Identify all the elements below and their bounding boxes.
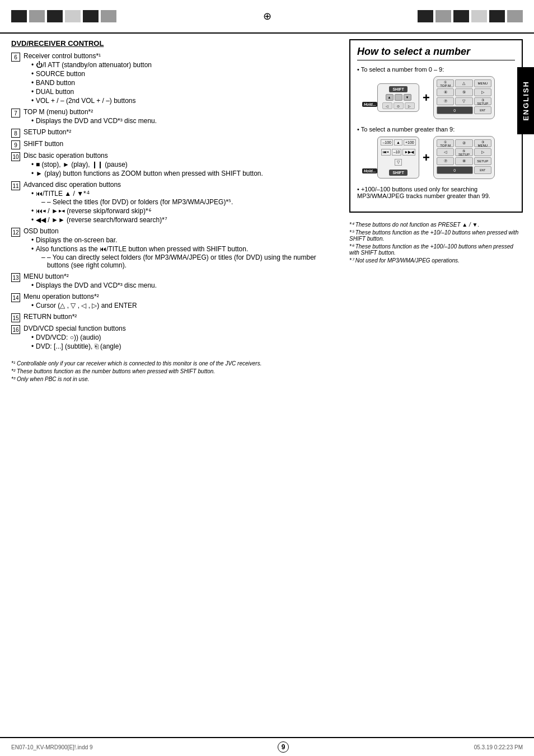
item-num-9: 9 <box>11 140 20 149</box>
shift-extra-btn-2: ⊙ <box>394 102 404 109</box>
main-content: DVD/RECEIVER CONTROL 6 Receiver control … <box>0 34 534 593</box>
rbtn2-1: ①TOP M <box>437 139 454 147</box>
rbtn-6: ▷ <box>474 88 491 96</box>
item7-bullet-1: Displays the DVD and VCD*³ disc menu. <box>31 117 332 125</box>
rbtn2-4: ◁ <box>437 148 454 156</box>
item10-content: Disc basic operation buttons ■ (stop), ►… <box>24 152 332 179</box>
bar-block-1 <box>11 10 27 22</box>
rbtn-2: △ <box>455 79 472 87</box>
rbtn2-8: ⑧ <box>455 157 472 165</box>
list-item-14: 14 Menu operation buttons*² Cursor (△ , … <box>11 293 332 311</box>
item12-bullet-1: Displays the on-screen bar. <box>31 236 332 244</box>
rbtn-9: ③SETUP <box>474 97 491 105</box>
select-section-2-label: • To select a number greater than 9: <box>357 126 515 133</box>
item6-bullet-1: ⏻/I ATT (standby/on attenuator) button <box>31 61 332 69</box>
rbtn-5: ⑤ <box>455 88 472 96</box>
arrow-mid-1 <box>395 94 402 101</box>
bottom-bar: EN07-10_KV-MRD900[E]!.indd 9 9 05.3.19 0… <box>0 737 534 756</box>
remote-diagram-1: Hold... SHIFT ▲ ▼ ◁ ⊙ ▷ + <box>357 76 515 119</box>
list-item-11: 11 Advanced disc operation buttons ⏮/TIT… <box>11 181 332 225</box>
item12-content: OSD button Displays the on-screen bar. A… <box>24 227 332 270</box>
select-section-1: • To select a number from 0 – 9: Hold...… <box>357 66 515 119</box>
bar-block-6 <box>101 10 116 22</box>
rbtn-0: 0 <box>437 106 473 114</box>
shift-extra-btn-1: ◁ <box>382 102 392 109</box>
footnote-1: *¹ Controllable only if your car receive… <box>11 360 332 367</box>
bar-block-r6 <box>507 10 523 22</box>
shift-remote-2: Hold... –100 ▲ +100 ⏮◀ –10 ►▶◀ ▽ <box>377 137 419 179</box>
item7-bullets: Displays the DVD and VCD*³ disc menu. <box>24 117 332 125</box>
rbtn2-enter: ENT <box>474 166 491 174</box>
item7-label: TOP M (menu) button*² <box>24 108 93 116</box>
plus100-btn: +100 <box>404 139 416 145</box>
item8-label: SETUP button*² <box>24 128 71 136</box>
bar-block-2 <box>29 10 45 22</box>
item16-bullet-2: DVD: [...] (subtitle), ⎗ (angle) <box>31 342 332 350</box>
bar-block-r1 <box>418 10 433 22</box>
english-label: ENGLISH <box>522 81 530 121</box>
footnote-3: *³ Only when PBC is not in use. <box>11 376 332 382</box>
arrow-up-2: ▲ <box>394 139 402 145</box>
rbtn-4: ④ <box>437 88 454 96</box>
how-to-select-box: How to select a number • To select a num… <box>349 39 523 213</box>
top-header-bar: ⊕ <box>0 0 534 34</box>
item6-bullet-2: SOURCE button <box>31 70 332 78</box>
item15-label: RETURN button*² <box>24 313 77 321</box>
item11-subbullets: – Select the titles (for DVD) or folders… <box>36 198 332 206</box>
item16-bullets: DVD/VCD: ○)) (audio) DVD: [...] (subtitl… <box>24 334 332 350</box>
select-section-2: • To select a number greater than 9: Hol… <box>357 126 515 179</box>
item13-bullets: Displays the DVD and VCD*³ disc menu. <box>24 281 332 289</box>
shift-button-1: SHIFT <box>389 86 407 92</box>
rbtn2-6: ▷ <box>474 148 491 156</box>
next-skip: ►▶◀ <box>402 149 415 156</box>
left-column: DVD/RECEIVER CONTROL 6 Receiver control … <box>11 39 338 588</box>
rbtn-enter: ENT <box>474 106 491 114</box>
main-remote-1: ①TOP M △ MENU ④ ⑤ ▷ ⑦ ▽ ③SETUP 0 ENT <box>433 76 495 119</box>
select-box-title: How to select a number <box>357 46 515 60</box>
right-column: How to select a number • To select a num… <box>349 39 523 588</box>
shift-extra-1: ◁ ⊙ ▷ <box>382 102 415 109</box>
rbtn-1: ①TOP M <box>437 79 454 87</box>
item10-bullet-1: ■ (stop), ► (play), ❙❙ (pause) <box>31 161 332 168</box>
item6-bullet-5: VOL + / – (2nd VOL + / –) buttons <box>31 97 332 105</box>
item15-content: RETURN button*² <box>24 313 332 321</box>
rbtn-3: MENU <box>474 79 491 87</box>
bar-block-r2 <box>435 10 451 22</box>
rbtn2-5: ⑤SETUP <box>455 148 472 156</box>
item11-label: Advanced disc operation buttons <box>24 181 121 189</box>
item13-bullet-1: Displays the DVD and VCD*³ disc menu. <box>31 281 332 289</box>
rbtn2-7: ⑦ <box>437 157 454 165</box>
remote-diagram-2: Hold... –100 ▲ +100 ⏮◀ –10 ►▶◀ ▽ <box>357 136 515 179</box>
bar-block-r5 <box>489 10 505 22</box>
item11-bullet-2: ⏮◀ / ►▶◀ (reverse skip/forward skip)*⁶ <box>31 207 332 215</box>
item10-label: Disc basic operation buttons <box>24 152 108 159</box>
item14-bullet-1: Cursor (△ , ▽ , ◁ , ▷) and ENTER <box>31 302 332 309</box>
item16-content: DVD/VCD special function buttons DVD/VCD… <box>24 325 332 351</box>
item9-label: SHIFT button <box>24 140 63 148</box>
skip-row: ⏮◀ –10 ►▶◀ <box>381 149 416 156</box>
center-crosshair: ⊕ <box>263 10 271 22</box>
footnotes-right: *⁴ These buttons do not function as PRES… <box>349 222 523 264</box>
prev-skip: ⏮◀ <box>381 149 391 156</box>
footnote-right-7: *⁷ Not used for MP3/WMA/JPEG operations. <box>349 257 523 264</box>
item14-bullets: Cursor (△ , ▽ , ◁ , ▷) and ENTER <box>24 302 332 309</box>
rbtn2-2: ② <box>455 139 472 147</box>
page-number: 9 <box>278 741 289 753</box>
minus10-btn: –10 <box>392 149 402 156</box>
select-section-1-label: • To select a number from 0 – 9: <box>357 66 515 73</box>
shift-arrows-1: ▲ ▼ <box>386 94 411 101</box>
select-section-3-label: • +100/–100 buttons used only for search… <box>357 186 515 199</box>
rbtn2-3: ③MENU <box>474 139 491 147</box>
rbtn2-0: 0 <box>437 166 473 174</box>
english-sidebar: ENGLISH <box>517 67 534 134</box>
item12-bullets: Displays the on-screen bar. Also functio… <box>24 236 332 269</box>
item-num-11: 11 <box>11 181 20 190</box>
item12-subbullets: – You can directly select folders (for M… <box>36 253 332 269</box>
bar-block-r3 <box>453 10 469 22</box>
item12-label: OSD button <box>24 227 59 235</box>
remote-grid-2: ①TOP M ② ③MENU ◁ ⑤SETUP ▷ ⑦ ⑧ SETUP 0 EN… <box>437 139 491 174</box>
arrow-up-1: ▲ <box>386 94 394 101</box>
list-item-8: 8 SETUP button*² <box>11 128 332 138</box>
item11-bullet-3: ◀◀ / ►► (reverse search/forward search)*… <box>31 216 332 224</box>
item12-bullet-2: Also functions as the ⏮/TITLE button whe… <box>31 245 332 269</box>
